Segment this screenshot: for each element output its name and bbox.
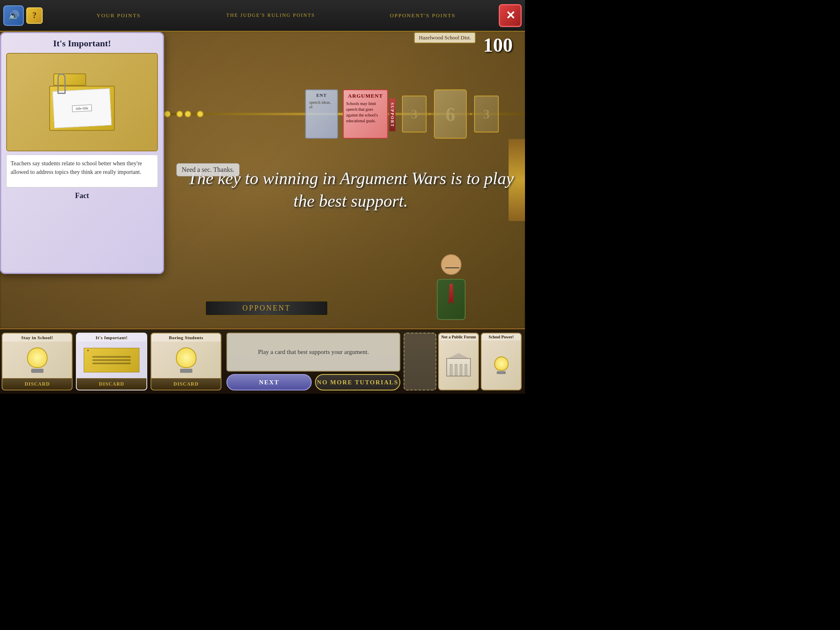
hand-card-1-image	[2, 342, 72, 378]
notes-lines	[92, 354, 130, 366]
not-public-forum-card[interactable]: Not a Public Forum	[438, 333, 479, 390]
school-power-card[interactable]: School Power!	[481, 333, 522, 390]
hand-card-3[interactable]: Boring Students Discard	[151, 333, 221, 390]
opponent-label: Opponent	[205, 301, 328, 316]
right-cards-area: Not a Public Forum School Power!	[404, 333, 522, 390]
opponents-points-section: Opponent's Points	[347, 12, 499, 19]
support-label: Support	[389, 98, 395, 131]
game-area: It's Important! title title Teachers say…	[0, 32, 525, 328]
your-points-section: Your Points	[43, 12, 195, 19]
play-instruction-text: Play a card that best supports your argu…	[226, 333, 400, 372]
card-image: title title	[6, 53, 158, 151]
argument-card-left: ENT speech ideas, ol	[305, 89, 338, 139]
help-icon: ?	[32, 11, 37, 20]
opponent-score: 100	[483, 34, 513, 56]
no-tutorials-button[interactable]: No More Tutorials	[315, 374, 400, 390]
building-body	[446, 358, 471, 377]
card-body-text: Teachers say students relate to school b…	[6, 155, 158, 187]
case-label: Hazelwood School Dist.	[414, 32, 476, 43]
bottom-buttons: Next No More Tutorials	[226, 374, 400, 390]
argument-track: ENT speech ideas, ol Argument Schools ma…	[160, 81, 525, 147]
play-area: Play a card that best supports your argu…	[226, 333, 400, 390]
opponents-points-label: Opponent's Points	[390, 12, 456, 18]
char-body	[437, 279, 466, 320]
judges-points-section: The Judge's Ruling Points	[195, 12, 347, 18]
next-button[interactable]: Next	[226, 374, 312, 390]
card-type-label: Fact	[6, 192, 158, 200]
score-box-2: 3	[474, 96, 499, 132]
need-bubble: Need a sec. Thanks.	[176, 163, 240, 176]
hand-card-3-image	[151, 342, 221, 378]
score-marker-2	[176, 111, 183, 117]
folder-visual: title title	[45, 73, 119, 131]
argument-card-main: Argument Schools may limit speech that g…	[343, 89, 388, 139]
argument-text: Schools may limit speech that goes again…	[346, 101, 385, 124]
discard-button-1[interactable]: Discard	[2, 378, 72, 390]
discard-button-2[interactable]: Discard	[77, 378, 146, 390]
hand-card-1[interactable]: Stay in School! Discard	[2, 333, 73, 390]
discard-button-3[interactable]: Discard	[151, 378, 221, 390]
hand-card-2[interactable]: It's Important! Discard	[76, 333, 147, 390]
close-button[interactable]: ✕	[499, 4, 522, 27]
not-public-forum-image	[439, 340, 478, 390]
top-bar: 🔊 ? Your Points The Judge's Ruling Point…	[0, 0, 525, 32]
card-title: It's Important!	[6, 38, 158, 49]
your-points-label: Your Points	[97, 12, 141, 18]
pillar-2	[455, 364, 457, 376]
paper-label: title title	[72, 105, 92, 112]
hand-card-2-title: It's Important!	[77, 333, 146, 342]
hand-card-2-image	[77, 342, 146, 378]
sound-button[interactable]: 🔊	[3, 5, 24, 26]
bulb-base-3	[180, 369, 192, 373]
empty-card	[404, 333, 436, 390]
building-icon	[446, 354, 471, 377]
score-box-big: 6	[434, 89, 467, 139]
school-power-title: School Power!	[482, 333, 521, 340]
school-power-image	[482, 340, 521, 390]
card-panel: It's Important! title title Teachers say…	[0, 32, 164, 274]
judges-points-label: The Judge's Ruling Points	[226, 12, 315, 18]
sound-icon: 🔊	[8, 10, 19, 21]
bulb-icon-3	[176, 347, 196, 368]
char-head	[441, 254, 461, 275]
small-bulb-icon	[494, 356, 509, 371]
paperclip-icon	[57, 73, 66, 94]
building-pillars	[447, 363, 470, 376]
pillar-1	[450, 364, 452, 376]
paper-stack: title title	[52, 88, 112, 128]
close-icon: ✕	[506, 9, 515, 22]
pillar-4	[465, 364, 467, 376]
small-bulb-base	[497, 371, 506, 374]
bulb-icon-1	[27, 347, 48, 368]
hand-card-1-title: Stay in School!	[2, 333, 72, 342]
hand-card-3-title: Boring Students	[151, 333, 221, 342]
score-box-1: 3	[402, 96, 427, 132]
character-figure	[431, 254, 472, 320]
help-button[interactable]: ?	[26, 7, 43, 24]
not-public-forum-title: Not a Public Forum	[439, 333, 478, 340]
bottom-area: Stay in School! Discard It's Important! …	[0, 328, 525, 394]
bulb-base-1	[31, 369, 43, 373]
score-marker-4	[197, 111, 203, 117]
score-marker-1	[164, 111, 171, 117]
score-marker-3	[185, 111, 191, 117]
pillar-3	[460, 364, 462, 376]
notes-visual	[84, 348, 139, 372]
